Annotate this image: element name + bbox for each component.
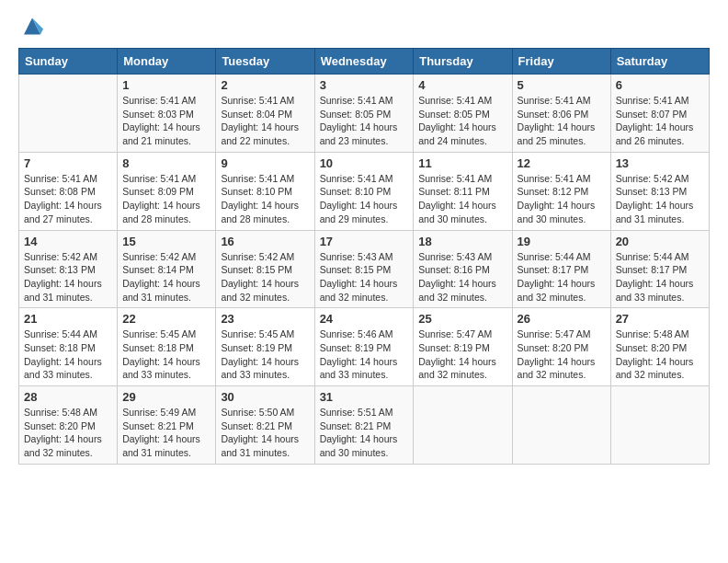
calendar-header: SundayMondayTuesdayWednesdayThursdayFrid… (19, 49, 710, 75)
week-row-1: 7Sunrise: 5:41 AM Sunset: 8:08 PM Daylig… (19, 152, 710, 230)
day-number: 10 (320, 156, 409, 170)
day-number: 16 (221, 235, 309, 248)
day-cell: 22Sunrise: 5:45 AM Sunset: 8:18 PM Dayli… (118, 308, 216, 386)
day-info: Sunrise: 5:41 AM Sunset: 8:05 PM Dayligh… (320, 94, 409, 148)
day-info: Sunrise: 5:43 AM Sunset: 8:16 PM Dayligh… (418, 250, 506, 304)
day-cell: 17Sunrise: 5:43 AM Sunset: 8:15 PM Dayli… (314, 230, 414, 308)
day-cell: 28Sunrise: 5:48 AM Sunset: 8:20 PM Dayli… (19, 386, 118, 465)
day-number: 7 (24, 156, 112, 170)
day-cell (414, 386, 512, 465)
day-number: 29 (122, 390, 210, 404)
day-cell: 7Sunrise: 5:41 AM Sunset: 8:08 PM Daylig… (19, 152, 118, 230)
logo (18, 15, 50, 40)
day-cell: 4Sunrise: 5:41 AM Sunset: 8:05 PM Daylig… (414, 75, 512, 153)
day-number: 30 (221, 390, 309, 404)
day-info: Sunrise: 5:41 AM Sunset: 8:12 PM Dayligh… (518, 172, 606, 226)
header-cell-friday: Friday (512, 49, 610, 75)
day-number: 17 (320, 235, 409, 248)
day-number: 21 (24, 312, 112, 326)
day-number: 28 (24, 390, 112, 404)
day-info: Sunrise: 5:41 AM Sunset: 8:03 PM Dayligh… (122, 94, 210, 148)
day-info: Sunrise: 5:48 AM Sunset: 8:20 PM Dayligh… (616, 327, 704, 382)
week-row-0: 1Sunrise: 5:41 AM Sunset: 8:03 PM Daylig… (19, 75, 710, 153)
day-number: 11 (418, 156, 506, 170)
day-info: Sunrise: 5:41 AM Sunset: 8:09 PM Dayligh… (122, 172, 210, 226)
day-info: Sunrise: 5:41 AM Sunset: 8:07 PM Dayligh… (616, 94, 704, 148)
day-cell: 1Sunrise: 5:41 AM Sunset: 8:03 PM Daylig… (118, 75, 216, 153)
day-cell: 21Sunrise: 5:44 AM Sunset: 8:18 PM Dayli… (19, 308, 118, 386)
day-cell: 20Sunrise: 5:44 AM Sunset: 8:17 PM Dayli… (610, 230, 709, 308)
day-number: 26 (518, 312, 606, 326)
day-cell: 14Sunrise: 5:42 AM Sunset: 8:13 PM Dayli… (19, 230, 118, 308)
day-info: Sunrise: 5:50 AM Sunset: 8:21 PM Dayligh… (221, 406, 309, 460)
week-row-3: 21Sunrise: 5:44 AM Sunset: 8:18 PM Dayli… (19, 308, 710, 386)
day-cell: 5Sunrise: 5:41 AM Sunset: 8:06 PM Daylig… (512, 75, 610, 153)
day-info: Sunrise: 5:42 AM Sunset: 8:13 PM Dayligh… (24, 250, 112, 304)
day-number: 8 (122, 156, 210, 170)
day-cell: 15Sunrise: 5:42 AM Sunset: 8:14 PM Dayli… (118, 230, 216, 308)
day-number: 13 (616, 156, 704, 170)
day-info: Sunrise: 5:47 AM Sunset: 8:19 PM Dayligh… (418, 327, 506, 382)
header-cell-tuesday: Tuesday (216, 49, 314, 75)
day-info: Sunrise: 5:45 AM Sunset: 8:18 PM Dayligh… (122, 327, 210, 382)
day-info: Sunrise: 5:46 AM Sunset: 8:19 PM Dayligh… (320, 327, 409, 382)
day-cell: 23Sunrise: 5:45 AM Sunset: 8:19 PM Dayli… (216, 308, 314, 386)
day-cell (19, 75, 118, 153)
day-info: Sunrise: 5:41 AM Sunset: 8:10 PM Dayligh… (320, 172, 409, 226)
calendar-body: 1Sunrise: 5:41 AM Sunset: 8:03 PM Daylig… (19, 75, 710, 465)
day-info: Sunrise: 5:45 AM Sunset: 8:19 PM Dayligh… (221, 327, 309, 382)
day-number: 20 (616, 235, 704, 248)
calendar-table: SundayMondayTuesdayWednesdayThursdayFrid… (18, 48, 710, 465)
day-number: 27 (616, 312, 704, 326)
day-info: Sunrise: 5:42 AM Sunset: 8:13 PM Dayligh… (616, 172, 704, 226)
day-number: 25 (418, 312, 506, 326)
day-cell: 26Sunrise: 5:47 AM Sunset: 8:20 PM Dayli… (512, 308, 610, 386)
page-header (18, 15, 710, 40)
day-info: Sunrise: 5:41 AM Sunset: 8:10 PM Dayligh… (221, 172, 309, 226)
logo-icon (18, 15, 46, 40)
day-number: 19 (518, 235, 606, 248)
day-info: Sunrise: 5:47 AM Sunset: 8:20 PM Dayligh… (518, 327, 606, 382)
day-info: Sunrise: 5:41 AM Sunset: 8:05 PM Dayligh… (418, 94, 506, 148)
day-cell: 25Sunrise: 5:47 AM Sunset: 8:19 PM Dayli… (414, 308, 512, 386)
day-info: Sunrise: 5:42 AM Sunset: 8:15 PM Dayligh… (221, 250, 309, 304)
day-number: 14 (24, 235, 112, 248)
day-info: Sunrise: 5:51 AM Sunset: 8:21 PM Dayligh… (320, 406, 409, 460)
day-info: Sunrise: 5:41 AM Sunset: 8:11 PM Dayligh… (418, 172, 506, 226)
day-number: 1 (122, 78, 210, 92)
day-cell: 24Sunrise: 5:46 AM Sunset: 8:19 PM Dayli… (314, 308, 414, 386)
day-cell: 3Sunrise: 5:41 AM Sunset: 8:05 PM Daylig… (314, 75, 414, 153)
day-cell: 18Sunrise: 5:43 AM Sunset: 8:16 PM Dayli… (414, 230, 512, 308)
day-cell: 13Sunrise: 5:42 AM Sunset: 8:13 PM Dayli… (610, 152, 709, 230)
day-info: Sunrise: 5:41 AM Sunset: 8:08 PM Dayligh… (24, 172, 112, 226)
day-info: Sunrise: 5:43 AM Sunset: 8:15 PM Dayligh… (320, 250, 409, 304)
day-number: 22 (122, 312, 210, 326)
header-row: SundayMondayTuesdayWednesdayThursdayFrid… (19, 49, 710, 75)
day-info: Sunrise: 5:44 AM Sunset: 8:18 PM Dayligh… (24, 327, 112, 382)
day-number: 31 (320, 390, 409, 404)
header-cell-thursday: Thursday (414, 49, 512, 75)
header-cell-wednesday: Wednesday (314, 49, 414, 75)
day-cell: 6Sunrise: 5:41 AM Sunset: 8:07 PM Daylig… (610, 75, 709, 153)
day-number: 4 (418, 78, 506, 92)
day-number: 23 (221, 312, 309, 326)
day-info: Sunrise: 5:44 AM Sunset: 8:17 PM Dayligh… (616, 250, 704, 304)
header-cell-monday: Monday (118, 49, 216, 75)
day-cell: 11Sunrise: 5:41 AM Sunset: 8:11 PM Dayli… (414, 152, 512, 230)
day-info: Sunrise: 5:48 AM Sunset: 8:20 PM Dayligh… (24, 406, 112, 460)
day-cell: 31Sunrise: 5:51 AM Sunset: 8:21 PM Dayli… (314, 386, 414, 465)
week-row-2: 14Sunrise: 5:42 AM Sunset: 8:13 PM Dayli… (19, 230, 710, 308)
day-info: Sunrise: 5:49 AM Sunset: 8:21 PM Dayligh… (122, 406, 210, 460)
day-cell: 29Sunrise: 5:49 AM Sunset: 8:21 PM Dayli… (118, 386, 216, 465)
day-cell: 8Sunrise: 5:41 AM Sunset: 8:09 PM Daylig… (118, 152, 216, 230)
day-number: 15 (122, 235, 210, 248)
day-info: Sunrise: 5:41 AM Sunset: 8:06 PM Dayligh… (518, 94, 606, 148)
day-cell: 27Sunrise: 5:48 AM Sunset: 8:20 PM Dayli… (610, 308, 709, 386)
day-cell: 19Sunrise: 5:44 AM Sunset: 8:17 PM Dayli… (512, 230, 610, 308)
day-number: 5 (518, 78, 606, 92)
day-cell: 10Sunrise: 5:41 AM Sunset: 8:10 PM Dayli… (314, 152, 414, 230)
header-cell-sunday: Sunday (19, 49, 118, 75)
day-number: 9 (221, 156, 309, 170)
header-cell-saturday: Saturday (610, 49, 709, 75)
day-number: 18 (418, 235, 506, 248)
